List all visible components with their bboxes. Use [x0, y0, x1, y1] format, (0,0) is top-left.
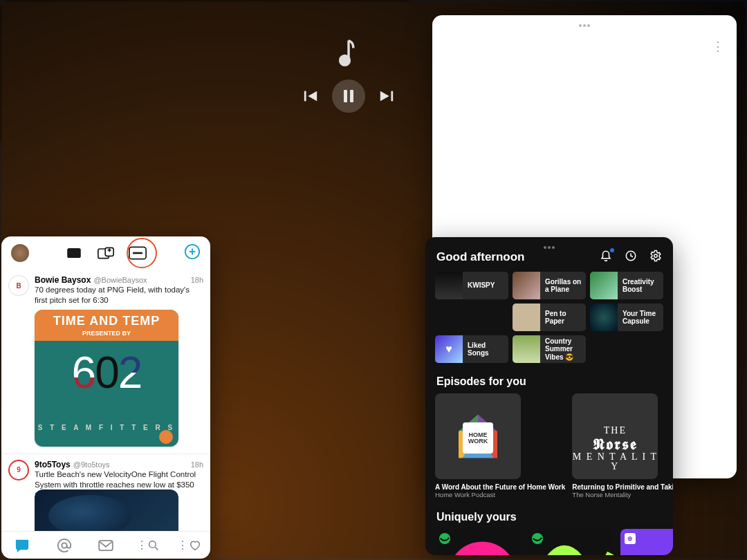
tweet-handle[interactable]: @9to5toys: [73, 460, 110, 469]
tile[interactable]: Creativity Boost: [590, 272, 663, 299]
tile[interactable]: Your Time Capsule: [590, 304, 663, 331]
tab-mentions[interactable]: [43, 532, 84, 559]
tweet-text: 70 degrees today at PNG Field, with toda…: [35, 285, 203, 306]
compose-icon[interactable]: [184, 243, 201, 263]
card-title: TIME AND TEMP: [35, 310, 178, 330]
tab-messages[interactable]: [85, 532, 127, 559]
tile[interactable]: ♥Liked Songs: [435, 335, 508, 363]
card-footer: S T E A M F I T T E R S: [35, 424, 178, 431]
svg-point-36: [62, 543, 66, 548]
section-uniquely: Uniquely yours: [425, 498, 673, 529]
notifications-icon[interactable]: [600, 250, 612, 265]
tab-likes[interactable]: ⋮: [169, 532, 210, 559]
history-icon[interactable]: [625, 250, 637, 265]
uniquely-row[interactable]: ⊜the: [425, 529, 673, 555]
episode-card[interactable]: A Word About the Future of Home Work Hom…: [435, 393, 565, 498]
profile-avatar[interactable]: [11, 244, 29, 262]
tweet-media[interactable]: [35, 489, 178, 531]
multitask-dots-icon[interactable]: [543, 241, 555, 251]
greeting: Good afternoon: [436, 250, 524, 264]
section-episodes: Episodes for you: [425, 363, 673, 393]
svg-point-24: [654, 254, 658, 258]
spotify-window[interactable]: Good afternoon KWISPY Gorillas on a Plan…: [425, 237, 673, 555]
episodes-row[interactable]: A Word About the Future of Home Work Hom…: [425, 393, 673, 498]
svg-marker-18: [308, 91, 317, 101]
tile[interactable]: Country Summer Vibes 😎: [513, 335, 586, 363]
svg-point-38: [149, 541, 156, 548]
splitview-mode-icon[interactable]: [97, 246, 115, 260]
svg-line-39: [155, 547, 158, 550]
episode-subtitle: Home Work Podcast: [435, 491, 565, 498]
tweet-author[interactable]: 9to5Toys: [35, 460, 71, 469]
multitask-dots-icon[interactable]: [578, 19, 591, 29]
doc-menu-icon[interactable]: ⋮: [712, 39, 724, 54]
svg-rect-22: [391, 91, 393, 101]
tile[interactable]: Pen to Paper: [513, 304, 586, 331]
episode-title: Returning to Primitive and Taking Actio…: [572, 483, 673, 491]
uniquely-card[interactable]: ⊜the: [620, 529, 673, 555]
tweetbot-tabbar: ⋮ ⋮: [1, 531, 210, 559]
settings-icon[interactable]: [649, 250, 662, 265]
svg-point-16: [340, 55, 350, 65]
tab-search[interactable]: ⋮: [127, 532, 168, 559]
svg-marker-21: [380, 91, 389, 101]
music-note-icon: [337, 37, 360, 67]
tweet-media[interactable]: TIME AND TEMP PRESENTED BY 602 S T E A M…: [35, 310, 178, 447]
svg-rect-37: [99, 540, 113, 550]
svg-rect-20: [350, 90, 353, 102]
tweetbot-toolbar: [1, 236, 210, 270]
svg-rect-19: [344, 90, 347, 102]
tab-timeline[interactable]: [1, 532, 43, 559]
uniquely-card[interactable]: [435, 529, 521, 555]
tweetbot-window[interactable]: B Bowie Baysox@BowieBaysox18h 70 degrees…: [1, 236, 210, 559]
episode-subtitle: The Norse Mentality: [572, 491, 673, 498]
next-track-icon[interactable]: [379, 88, 394, 104]
music-player-window[interactable]: [0, 0, 415, 149]
previous-track-icon[interactable]: [303, 88, 318, 104]
episode-title: A Word About the Future of Home Work: [435, 483, 565, 491]
svg-rect-26: [67, 248, 81, 258]
tweet-author[interactable]: Bowie Baysox: [35, 275, 91, 285]
tweet-time: 18h: [191, 276, 203, 284]
tile[interactable]: Gorillas on a Plane: [513, 272, 586, 299]
play-pause-button[interactable]: [332, 80, 365, 113]
episode-card[interactable]: THE𝕹𝖔𝖗𝖘𝖊M E N T A L I T Y Returning to P…: [572, 393, 673, 498]
quick-tiles: KWISPY Gorillas on a Plane Creativity Bo…: [425, 272, 673, 363]
tweet-avatar[interactable]: 9: [8, 460, 29, 480]
tweet-avatar[interactable]: B: [8, 275, 29, 296]
svg-rect-17: [304, 91, 306, 101]
tweet-time: 18h: [191, 460, 203, 469]
card-subtitle: PRESENTED BY: [35, 330, 178, 341]
tile[interactable]: KWISPY: [435, 272, 508, 299]
tweet[interactable]: B Bowie Baysox@BowieBaysox18h 70 degrees…: [1, 270, 210, 454]
svg-point-25: [455, 549, 510, 555]
uniquely-card[interactable]: [528, 529, 614, 555]
tweet-handle[interactable]: @BowieBaysox: [93, 276, 147, 284]
slideover-highlight: [127, 238, 157, 268]
fullscreen-mode-icon[interactable]: [65, 246, 83, 260]
